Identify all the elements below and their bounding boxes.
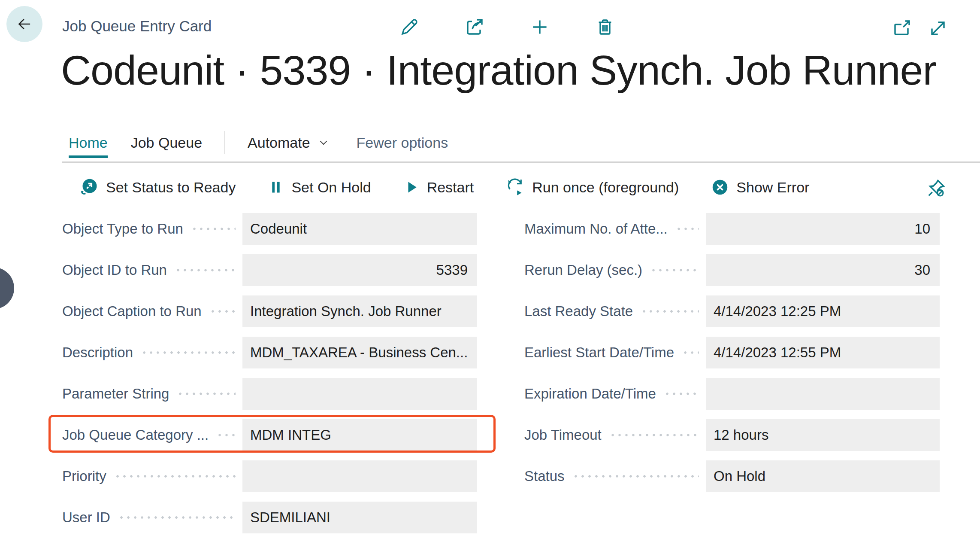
dotted-leader <box>177 392 236 396</box>
field-row: Job Timeout 12 hours <box>524 419 940 451</box>
delete-trash-icon[interactable] <box>595 17 615 37</box>
user-id-field[interactable]: SDEMILIANI <box>242 502 477 533</box>
field-label: Earliest Start Date/Time <box>524 344 674 361</box>
action-bar: Set Status to Ready Set On Hold Restart <box>79 175 809 199</box>
error-circle-icon <box>711 178 729 197</box>
ribbon-tabs: Home Job Queue Automate Fewer options <box>69 131 448 154</box>
object-type-to-run-field[interactable]: Codeunit <box>242 213 477 245</box>
field-row: Status On Hold <box>524 460 940 492</box>
rerun-delay-field[interactable]: 30 <box>706 254 940 286</box>
edit-pencil-icon[interactable] <box>399 17 420 37</box>
set-on-hold-button[interactable]: Set On Hold <box>267 179 371 196</box>
dotted-leader <box>216 433 236 437</box>
dotted-leader <box>609 433 699 437</box>
new-plus-icon[interactable] <box>529 17 550 37</box>
job-timeout-field[interactable]: 12 hours <box>706 419 940 451</box>
last-ready-state-field[interactable]: 4/14/2023 12:25 PM <box>706 295 940 327</box>
field-row: Maximum No. of Atte... 10 <box>524 213 940 245</box>
left-edge-semicircle <box>0 267 14 309</box>
card-toolbar <box>399 17 615 37</box>
dotted-leader <box>141 351 236 354</box>
dotted-leader <box>175 268 236 272</box>
field-row: Rerun Delay (sec.) 30 <box>524 254 940 286</box>
status-ready-icon <box>79 177 99 197</box>
field-row: Parameter String <box>62 378 477 410</box>
field-row: User ID SDEMILIANI <box>62 502 477 533</box>
menu-automate[interactable]: Automate <box>248 134 330 151</box>
field-label: Status <box>524 468 565 484</box>
object-caption-to-run-field[interactable]: Integration Synch. Job Runner <box>242 295 477 327</box>
horizontal-separator <box>62 161 980 163</box>
restart-button[interactable]: Restart <box>403 179 474 196</box>
page-caption: Job Queue Entry Card <box>62 18 212 35</box>
field-row: Expiration Date/Time <box>524 378 940 410</box>
field-row: Object Caption to Run Integration Synch.… <box>62 295 477 327</box>
pause-icon <box>267 179 284 196</box>
open-in-new-window-icon[interactable] <box>892 18 912 39</box>
parameter-string-field[interactable] <box>242 378 477 410</box>
field-label: Job Timeout <box>524 427 602 443</box>
field-label: User ID <box>62 509 110 526</box>
field-row-highlighted: Job Queue Category ... MDM INTEG <box>62 419 477 451</box>
object-id-to-run-field[interactable]: 5339 <box>242 254 477 286</box>
window-controls <box>892 18 948 39</box>
dotted-leader <box>650 268 699 272</box>
status-field[interactable]: On Hold <box>706 460 940 492</box>
expiration-datetime-field[interactable] <box>706 378 940 410</box>
chevron-down-icon <box>317 136 330 149</box>
field-label: Object Type to Run <box>62 221 183 237</box>
field-label: Last Ready State <box>524 303 633 320</box>
field-row: Object ID to Run 5339 <box>62 254 477 286</box>
back-arrow-icon <box>15 15 33 33</box>
field-row: Priority <box>62 460 477 492</box>
field-label: Object ID to Run <box>62 262 167 278</box>
field-column-left: Object Type to Run Codeunit Object ID to… <box>62 213 477 543</box>
field-label: Expiration Date/Time <box>524 386 656 402</box>
dotted-leader <box>114 475 236 478</box>
tab-home[interactable]: Home <box>69 134 108 151</box>
tab-job-queue[interactable]: Job Queue <box>131 134 202 151</box>
field-row: Earliest Start Date/Time 4/14/2023 12:55… <box>524 337 940 368</box>
field-label: Parameter String <box>62 386 169 402</box>
field-row: Description MDM_TAXAREA - Business Cen..… <box>62 337 477 368</box>
maximum-attempts-field[interactable]: 10 <box>706 213 940 245</box>
play-icon <box>403 179 420 196</box>
run-once-button[interactable]: Run once (foreground) <box>505 177 679 197</box>
dotted-leader <box>664 392 699 396</box>
menu-fewer-options[interactable]: Fewer options <box>357 134 448 151</box>
field-label: Object Caption to Run <box>62 303 202 320</box>
page-title: Codeunit · 5339 · Integration Synch. Job… <box>61 46 936 94</box>
dotted-leader <box>191 227 236 231</box>
field-label: Maximum No. of Atte... <box>524 221 668 237</box>
unpin-pushpin-icon[interactable] <box>926 178 947 198</box>
tab-divider <box>224 131 225 154</box>
priority-field[interactable] <box>242 460 477 492</box>
expand-diagonal-icon[interactable] <box>928 18 948 39</box>
back-button[interactable] <box>6 6 42 42</box>
share-icon[interactable] <box>464 17 485 37</box>
dotted-leader <box>572 475 699 478</box>
field-label: Job Queue Category ... <box>62 427 209 443</box>
dotted-leader <box>675 227 699 231</box>
field-column-right: Maximum No. of Atte... 10 Rerun Delay (s… <box>524 213 940 502</box>
field-row: Last Ready State 4/14/2023 12:25 PM <box>524 295 940 327</box>
description-field[interactable]: MDM_TAXAREA - Business Cen... <box>242 337 477 368</box>
earliest-start-datetime-field[interactable]: 4/14/2023 12:55 PM <box>706 337 940 368</box>
field-row: Object Type to Run Codeunit <box>62 213 477 245</box>
set-status-to-ready-button[interactable]: Set Status to Ready <box>79 177 236 197</box>
field-label: Rerun Delay (sec.) <box>524 262 642 278</box>
run-once-icon <box>505 177 525 197</box>
dotted-leader <box>682 351 699 354</box>
field-label: Priority <box>62 468 106 484</box>
field-label: Description <box>62 344 133 361</box>
dotted-leader <box>641 310 699 313</box>
show-error-button[interactable]: Show Error <box>711 178 809 197</box>
job-queue-category-field[interactable]: MDM INTEG <box>242 419 477 451</box>
dotted-leader <box>118 516 236 519</box>
dotted-leader <box>209 310 236 313</box>
